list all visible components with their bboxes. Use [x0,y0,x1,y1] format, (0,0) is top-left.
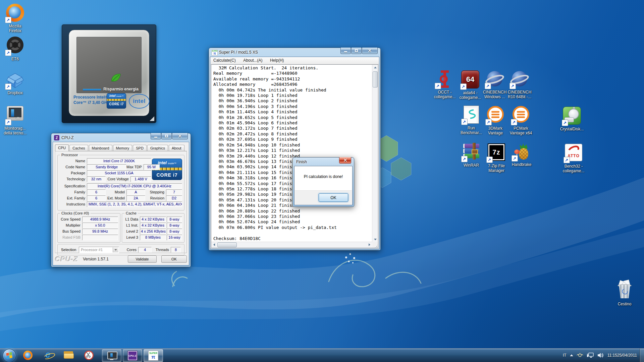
ok-button[interactable]: OK [161,255,187,263]
shortcut-arrow-icon [485,83,491,89]
tab-spd[interactable]: SPD [133,145,147,151]
cpuz-window: Z CPU-Z CPU Caches Mainboard Memory SPD … [51,133,191,267]
close-button[interactable] [362,48,378,54]
desktop-icon-label: Mozilla Firefox [0,24,31,33]
taskbar-internet-explorer[interactable]: e [43,350,54,361]
superpi-log-area: 32M Calculation Start. 24 iterations. Re… [211,64,378,248]
tab-mainboard[interactable]: Mainboard [89,145,112,151]
revision-field: D2 [166,195,182,201]
resize-grip[interactable] [372,242,378,248]
scroll-left-button[interactable] [211,242,217,247]
shortcut-arrow-icon [5,17,11,23]
taskbar-monitoraggio-button[interactable] [102,349,121,362]
shortcut-arrow-icon [562,120,568,126]
monitor-icon [7,106,23,121]
desktop-icon-label: Monitorag... della tecno... [0,126,31,135]
ok-button[interactable]: OK [319,193,348,202]
vertical-scroll-thumb[interactable] [373,71,378,87]
model-label: Model [106,189,126,195]
menu-calculate[interactable]: Calculate(C) [210,57,239,64]
desktop-icon-recycle-bin[interactable]: Cestino [608,280,641,306]
cores-field: 4 [138,247,152,253]
family-label: Family [59,189,87,195]
taskbar-cpuz-button[interactable]: CPU-Z [123,349,142,362]
desktop-icon-mozilla-firefox[interactable]: Mozilla Firefox [0,3,31,33]
desktop-icon-label: PCMark Vantage x64 [505,126,537,135]
maximize-button[interactable] [161,133,172,139]
cpuz-titlebar[interactable]: Z CPU-Z [51,133,191,142]
bus-speed-field: 99.8 MHz [82,229,118,234]
shortcut-arrow-icon [460,83,467,90]
tab-caches[interactable]: Caches [69,145,88,151]
tray-time: 11:15 [607,353,617,358]
volume-icon[interactable] [597,353,604,358]
technology-field: 32 nm [87,176,106,182]
utility-tray-icon[interactable] [577,353,583,358]
cpuz-version: Version 1.57.1 [83,257,109,261]
desktop-icon-label: Bench32 - collegame... [557,164,590,173]
code-name-field: Sandy Bridge [87,164,126,170]
validate-button[interactable]: Validate [128,255,157,263]
ext-model-label: Ext. Model [106,195,126,201]
taskbar-firefox[interactable] [22,350,34,361]
network-icon[interactable] [587,353,594,358]
maximize-button[interactable] [351,48,362,54]
tray-date: 25/04/2011 [617,353,637,358]
taskbar-superpi-button[interactable]: SUPERπ [144,349,163,362]
desktop-icon-label: CINEBENCH R10 64Bit -... [503,90,536,99]
show-desktop-button[interactable] [640,349,644,362]
minimize-button[interactable] [340,48,351,54]
menu-help[interactable]: Help(H) [267,57,287,64]
clock[interactable]: 11:15 25/04/2011 [607,353,637,358]
menu-about[interactable]: About...(A) [240,57,265,64]
instructions-field: MMX, SSE (1, 2, 3, 3S, 4.1, 4.2), EM64T,… [87,201,182,207]
desktop-icon-crystaldisk[interactable]: CrystalDisk... [556,106,588,131]
level2-size-field: 4 x 256 KBytes [140,229,166,234]
horizontal-scroll-thumb[interactable] [217,242,237,247]
close-button[interactable] [172,133,188,139]
desktop-icon-monitoraggio[interactable]: Monitorag... della tecno... [0,105,31,135]
scroll-down-button[interactable] [372,237,378,242]
code-name-label: Code Name [59,164,87,170]
desktop-icon-cinebench-r10[interactable]: CINEBENCH R10 64Bit -... [503,70,536,99]
model-field: A [126,189,145,195]
tab-graphics[interactable]: Graphics [147,145,168,151]
taskbar-explorer[interactable] [63,350,74,361]
shortcut-arrow-icon [461,119,468,125]
taskbar: e CPU-Z SUPERπ IT 11:15 25/04/2011 [0,348,644,362]
finish-titlebar[interactable]: Finish [293,158,354,166]
desktop-icon-handbrake[interactable]: Handbrake [505,142,538,167]
language-indicator[interactable]: IT [563,353,567,358]
processor-select[interactable]: Processor #1 [79,247,119,253]
cpu-gadget: Risparmio energia Processore Intel® Core… [62,24,156,123]
desktop-icon-bench32[interactable]: ATTO Bench32 - collegame... [557,143,590,173]
taskbar-snipping-tool[interactable] [83,350,95,361]
cores-label: Cores [119,247,138,253]
desktop-icon-label: ET6 [0,57,31,61]
cpuz-app-icon: Z [54,135,59,140]
core-voltage-field: 1.488 V [130,176,151,182]
vertical-scrollbar[interactable] [372,65,378,242]
superpi-titlebar[interactable]: SUPERπ Super PI / mod1.5 XS [209,48,380,57]
tab-cpu[interactable]: CPU [55,144,69,151]
desktop-icon-dropbox[interactable]: Dropbox [0,70,31,95]
tab-memory[interactable]: Memory [113,145,132,151]
minimize-button[interactable] [151,133,161,139]
horizontal-scrollbar[interactable] [211,242,372,248]
stepping-label: Stepping [145,189,166,195]
desktop-icon-pcmark-vantage[interactable]: PCMark Vantage x64 [505,105,537,135]
superpi-window: SUPERπ Super PI / mod1.5 XS Calculate(C)… [209,48,381,250]
scroll-up-button[interactable] [372,65,378,70]
desktop-icon-et6[interactable]: ET6 [0,36,31,61]
cpuz-logo: CPU-Z [55,255,78,263]
show-hidden-icons-button[interactable] [570,354,573,356]
scroll-right-button[interactable] [367,242,372,247]
start-button[interactable] [3,349,16,362]
package-label: Package [59,170,87,176]
clocks-group: Clocks (Core #0) Core Speed4988.9 MHz Mu… [57,213,120,243]
level3-way-field: 16-way [167,235,182,240]
dropdown-arrow-icon[interactable] [113,247,118,252]
level3-size-field: 8 MBytes [140,235,166,240]
close-button[interactable] [339,157,351,164]
tab-about[interactable]: About [169,145,184,151]
